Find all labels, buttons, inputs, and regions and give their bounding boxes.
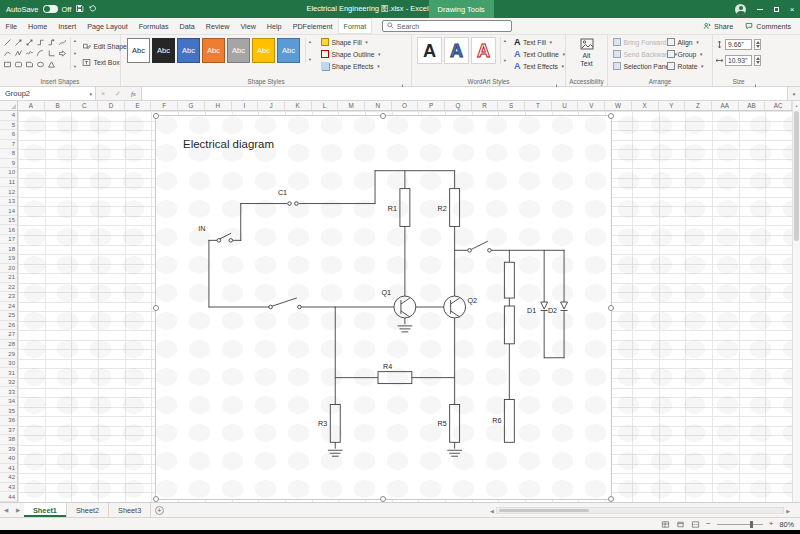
shape-elbow-connector-icon[interactable] [35, 37, 46, 48]
shape-block-arrow-icon[interactable] [57, 48, 68, 59]
shape-gallery-scrollbar[interactable]: ▴ ▾ ▾ [70, 37, 79, 70]
column-header-D[interactable]: D [98, 101, 125, 110]
normal-view-button[interactable] [661, 520, 670, 529]
column-header-Z[interactable]: Z [685, 101, 712, 110]
minimize-button[interactable] [752, 0, 768, 18]
resistor-block-a[interactable] [504, 262, 514, 298]
shape-line-arrow-icon[interactable] [13, 37, 24, 48]
row-header-25[interactable]: 25 [0, 311, 17, 321]
row-header-5[interactable]: 5 [0, 121, 17, 131]
sheet-nav-right-icon[interactable]: ▶ [12, 503, 24, 517]
column-header-L[interactable]: L [312, 101, 339, 110]
drawing-canvas[interactable]: Electrical diagram C1 IN R1 R2 Q1 Q2 D1 … [155, 115, 612, 500]
shape-style-preset-4[interactable]: Abc [202, 38, 225, 63]
shape-style-preset-1[interactable]: Abc [127, 38, 150, 63]
selection-handle[interactable] [380, 496, 386, 502]
row-header-4[interactable]: 4 [0, 111, 17, 121]
contextual-tab-drawing-tools[interactable]: Drawing Tools [429, 0, 494, 18]
row-header-22[interactable]: 22 [0, 283, 17, 293]
shape-style-preset-2[interactable]: Abc [152, 38, 175, 63]
row-header-39[interactable]: 39 [0, 445, 17, 455]
selection-handle[interactable] [153, 305, 159, 311]
ribbon-tab-home[interactable]: Home [23, 18, 53, 34]
zoom-slider[interactable] [717, 524, 763, 525]
column-header-Y[interactable]: Y [659, 101, 686, 110]
hscroll-right-icon[interactable]: ▶ [786, 508, 790, 514]
row-header-40[interactable]: 40 [0, 454, 17, 464]
shape-arc-icon[interactable] [35, 48, 46, 59]
page-break-view-button[interactable] [691, 520, 700, 529]
column-header-C[interactable]: C [71, 101, 98, 110]
column-header-S[interactable]: S [498, 101, 525, 110]
row-header-19[interactable]: 19 [0, 254, 17, 264]
row-header-30[interactable]: 30 [0, 359, 17, 369]
row-header-14[interactable]: 14 [0, 206, 17, 216]
scroll-down-icon[interactable]: ▾ [309, 57, 311, 62]
selection-handle[interactable] [608, 305, 614, 311]
row-header-12[interactable]: 12 [0, 187, 17, 197]
scrollbar-up-icon[interactable]: ▴ [793, 101, 800, 109]
shape-oval-icon[interactable] [35, 59, 46, 70]
formula-input[interactable] [142, 87, 788, 100]
resistor-r5[interactable] [450, 404, 460, 442]
save-icon[interactable] [75, 4, 84, 15]
column-header-P[interactable]: P [418, 101, 445, 110]
row-header-44[interactable]: 44 [0, 492, 17, 502]
horizontal-scrollbar-track[interactable] [496, 507, 784, 514]
resistor-block-b[interactable] [504, 306, 514, 344]
shape-effects-button[interactable]: Shape Effects▾ [319, 61, 383, 71]
scroll-up-icon[interactable]: ▴ [74, 38, 76, 43]
ribbon-tab-data[interactable]: Data [174, 18, 200, 34]
text-effects-button[interactable]: AText Effects▾ [512, 61, 567, 71]
sheet-grid[interactable]: Electrical diagram C1 IN R1 R2 Q1 Q2 D1 … [18, 111, 792, 502]
text-outline-button[interactable]: AText Outline▾ [512, 49, 567, 59]
wordart-preset-2[interactable]: A [444, 37, 469, 64]
ribbon-tab-page-layout[interactable]: Page Layout [82, 18, 133, 34]
wordart-preset-3[interactable]: A [471, 37, 496, 64]
resistor-r3[interactable] [330, 404, 340, 442]
shape-freeform-icon[interactable] [13, 48, 24, 59]
resistor-r4[interactable] [378, 372, 412, 384]
column-header-K[interactable]: K [285, 101, 312, 110]
row-header-10[interactable]: 10 [0, 168, 17, 178]
zoom-out-button[interactable]: − [706, 520, 711, 528]
autosave-toggle[interactable] [43, 5, 58, 13]
column-header-V[interactable]: V [578, 101, 605, 110]
row-header-27[interactable]: 27 [0, 330, 17, 340]
column-header-J[interactable]: J [258, 101, 285, 110]
rotate-button[interactable]: Rotate▾ [665, 61, 706, 71]
column-header-G[interactable]: G [178, 101, 205, 110]
contact-terminal[interactable] [229, 239, 233, 243]
shape-width-input[interactable] [725, 55, 752, 66]
row-header-33[interactable]: 33 [0, 387, 17, 397]
ribbon-tab-insert[interactable]: Insert [53, 18, 82, 34]
shape-snip-rectangle-icon[interactable] [24, 59, 35, 70]
row-header-28[interactable]: 28 [0, 340, 17, 350]
ribbon-tab-help[interactable]: Help [261, 18, 287, 34]
switch-terminal[interactable] [488, 249, 492, 253]
row-header-36[interactable]: 36 [0, 416, 17, 426]
ribbon-tab-view[interactable]: View [235, 18, 261, 34]
formula-bar-expand-icon[interactable]: ▾ [788, 87, 800, 100]
column-header-A[interactable]: A [18, 101, 45, 110]
wordart-preset-1[interactable]: A [417, 37, 442, 64]
height-stepper[interactable] [754, 39, 761, 50]
shape-triangle-icon[interactable] [46, 59, 57, 70]
column-header-M[interactable]: M [338, 101, 365, 110]
shape-outline-button[interactable]: Shape Outline▾ [319, 49, 383, 59]
shape-style-scrollbar[interactable]: ▴ ▾ [305, 38, 314, 63]
shape-height-input[interactable] [725, 39, 752, 50]
shape-scribble-icon[interactable] [24, 48, 35, 59]
contact-terminal[interactable] [295, 202, 299, 206]
shape-rectangle-icon[interactable] [2, 59, 13, 70]
row-header-11[interactable]: 11 [0, 178, 17, 188]
share-button[interactable]: Share [698, 20, 738, 33]
row-header-26[interactable]: 26 [0, 321, 17, 331]
column-header-I[interactable]: I [232, 101, 259, 110]
horizontal-scrollbar[interactable]: ◀ ▶ [490, 506, 790, 515]
text-fill-button[interactable]: AText Fill▾ [512, 37, 567, 47]
shape-curve-icon[interactable] [2, 48, 13, 59]
shape-style-preset-3[interactable]: Abc [177, 38, 200, 63]
row-header-35[interactable]: 35 [0, 406, 17, 416]
shape-double-arrow-icon[interactable] [24, 37, 35, 48]
